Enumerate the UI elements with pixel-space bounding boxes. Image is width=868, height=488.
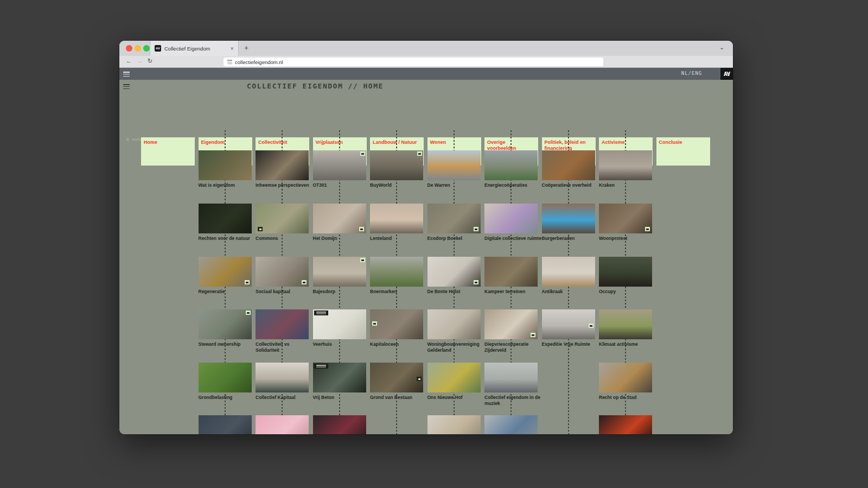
window-zoom-button[interactable]	[143, 45, 150, 52]
video-title[interactable]: Kapitaloceen	[370, 341, 431, 347]
video-title[interactable]: Digitale collectieve ruimte	[484, 236, 545, 242]
video-thumbnail[interactable]	[599, 363, 652, 392]
video-thumbnail[interactable]	[427, 150, 481, 180]
video-thumbnail[interactable]	[256, 150, 309, 180]
video-thumbnail[interactable]	[599, 150, 652, 180]
video-title[interactable]: Boermarken	[370, 289, 431, 295]
window-close-button[interactable]	[126, 45, 132, 52]
video-thumbnail[interactable]	[542, 257, 595, 287]
video-title[interactable]: OT301	[313, 182, 374, 188]
video-thumbnail[interactable]	[484, 309, 538, 339]
menu-icon[interactable]	[123, 72, 130, 77]
video-thumbnail[interactable]	[484, 363, 538, 392]
video-title[interactable]: Inheemse perspectieven	[256, 182, 316, 188]
video-title[interactable]: Collectiviteit vs Solidariteit	[256, 341, 316, 353]
back-button[interactable]: ←	[126, 58, 132, 64]
video-thumbnail[interactable]	[199, 363, 252, 392]
video-thumbnail[interactable]	[199, 415, 252, 434]
video-thumbnail[interactable]	[427, 363, 481, 392]
video-thumbnail[interactable]	[256, 204, 309, 233]
video-title[interactable]: Wat is eigendom	[199, 182, 259, 188]
video-thumbnail[interactable]	[542, 204, 595, 233]
video-title[interactable]: Rechten voor de natuur	[199, 236, 259, 242]
video-thumbnail[interactable]	[313, 150, 366, 180]
video-thumbnail[interactable]	[484, 150, 538, 180]
av-logo[interactable]: A∀	[720, 68, 733, 80]
video-title[interactable]: Diepvriescoöperatie Zijderveld	[484, 341, 545, 353]
video-thumbnail[interactable]	[427, 309, 481, 339]
video-thumbnail[interactable]	[427, 204, 481, 233]
page-menu-icon[interactable]	[123, 84, 130, 89]
tab-close-icon[interactable]: ×	[231, 45, 234, 52]
video-title[interactable]: Grondbelasting	[199, 395, 259, 401]
video-thumbnail[interactable]	[484, 204, 538, 233]
video-title[interactable]: Woningbouwvereniging Gelderland	[427, 341, 488, 353]
video-thumbnail[interactable]	[484, 257, 538, 287]
video-thumbnail[interactable]	[599, 309, 652, 339]
video-thumbnail[interactable]	[599, 204, 652, 233]
video-thumbnail[interactable]	[370, 150, 423, 180]
video-thumbnail[interactable]	[313, 204, 366, 233]
reload-button[interactable]: ↻	[148, 58, 152, 65]
video-thumbnail[interactable]	[199, 204, 252, 233]
video-thumbnail[interactable]	[313, 257, 366, 287]
video-title[interactable]: De Bonte Hulst	[427, 289, 488, 295]
video-title[interactable]: Ecodorp Boekel	[427, 236, 488, 242]
video-thumbnail[interactable]	[199, 150, 252, 180]
video-title[interactable]: Burgerberaden	[542, 236, 603, 242]
video-thumbnail[interactable]	[256, 363, 309, 392]
video-title[interactable]: Sociaal kapitaal	[256, 289, 316, 295]
browser-tab[interactable]: AV Collectief Eigendom ×	[150, 41, 239, 56]
tab-overflow-chevron-icon[interactable]: ⌄	[719, 44, 724, 51]
video-title[interactable]: Occupy	[599, 289, 660, 295]
video-thumbnail[interactable]	[542, 150, 595, 180]
video-title[interactable]: Klimaat activisme	[599, 341, 660, 347]
video-thumbnail[interactable]	[370, 257, 423, 287]
video-title[interactable]: Energiecoöperaties	[484, 182, 545, 188]
video-title[interactable]: Kampeer terreinen	[484, 289, 545, 295]
video-title[interactable]: Kraken	[599, 182, 660, 188]
video-thumbnail[interactable]	[256, 415, 309, 434]
video-thumbnail[interactable]	[370, 363, 423, 392]
video-title[interactable]: Het Domijn	[313, 236, 374, 242]
video-thumbnail[interactable]	[599, 257, 652, 287]
video-title[interactable]: Veerhuis	[313, 341, 374, 347]
video-title[interactable]: Collectief Kapitaal	[256, 395, 316, 401]
url-bar[interactable]: collectiefeigendom.nl	[224, 58, 603, 66]
video-title[interactable]: Coöperatieve overheid	[542, 182, 603, 188]
video-title[interactable]: Woonprotest	[599, 236, 660, 242]
video-title[interactable]: Commons	[256, 236, 316, 242]
video-thumbnail[interactable]	[199, 309, 252, 339]
category-tab-1[interactable]: Home	[141, 137, 195, 166]
window-minimize-button[interactable]	[135, 45, 141, 52]
language-toggle[interactable]: NL/ENG	[667, 71, 716, 76]
video-thumbnail[interactable]	[313, 309, 366, 339]
video-title[interactable]: Antikraak	[542, 289, 603, 295]
site-settings-icon[interactable]	[227, 60, 232, 64]
video-title[interactable]: Lenteland	[370, 236, 431, 242]
video-thumbnail[interactable]	[599, 415, 652, 434]
video-thumbnail[interactable]	[313, 363, 366, 392]
video-thumbnail[interactable]	[484, 415, 538, 434]
category-tab-10[interactable]: Conclusie	[656, 137, 710, 166]
video-thumbnail[interactable]	[542, 309, 595, 339]
video-title[interactable]: Collectief eigendom in de muziek	[484, 395, 545, 406]
video-title[interactable]: Expeditie Vrije Ruimte	[542, 341, 603, 347]
video-thumbnail[interactable]	[256, 309, 309, 339]
video-thumbnail[interactable]	[427, 257, 481, 287]
video-title[interactable]: BuyWorld	[370, 182, 431, 188]
video-title[interactable]: De Warren	[427, 182, 488, 188]
video-title[interactable]: Steward ownership	[199, 341, 259, 347]
video-thumbnail[interactable]	[370, 204, 423, 233]
video-title[interactable]: Grond van Bestaan	[370, 395, 431, 401]
video-title[interactable]: Bajesdorp	[313, 289, 374, 295]
video-thumbnail[interactable]	[256, 257, 309, 287]
video-title[interactable]: Recht op de Stad	[599, 395, 660, 401]
video-thumbnail[interactable]	[313, 415, 366, 434]
video-thumbnail[interactable]	[370, 309, 423, 339]
video-title[interactable]: Ons Nieuwe Hof	[427, 395, 488, 401]
new-tab-button[interactable]: +	[244, 43, 248, 52]
video-title[interactable]: Vrij Beton	[313, 395, 374, 401]
video-title[interactable]: Regeneratie	[199, 289, 259, 295]
video-thumbnail[interactable]	[199, 257, 252, 287]
